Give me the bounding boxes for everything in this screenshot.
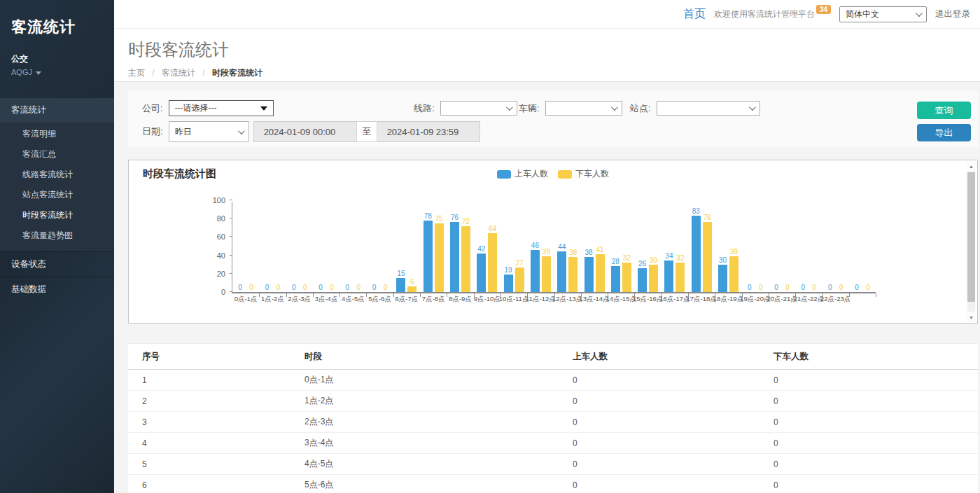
bar-value-label: 0 (238, 284, 242, 291)
table-body: 10点-1点0021点-2点0032点-3点0043点-4点0054点-5点00… (128, 370, 978, 493)
bar-boarding[interactable] (664, 261, 673, 292)
bar-pair: 7875 (420, 202, 447, 292)
bar-alighting[interactable] (488, 233, 497, 292)
bar-alighting[interactable] (676, 263, 685, 292)
scroll-down-icon[interactable]: ▼ (966, 312, 976, 322)
table-cell: 2 (128, 391, 290, 412)
bar-alighting[interactable] (542, 256, 551, 292)
logout-link[interactable]: 退出登录 (935, 8, 970, 20)
line-label: 线路: (414, 102, 435, 115)
bar-alighting[interactable] (515, 268, 524, 292)
bar-alighting[interactable] (568, 257, 578, 292)
x-axis-label: 18点-19点 (713, 295, 743, 304)
bar-value-label: 30 (719, 256, 727, 264)
chart-category: 463911点-12点 (527, 202, 554, 292)
bar-value-label: 0 (866, 284, 870, 291)
bar-boarding[interactable] (638, 268, 647, 292)
sidebar-item-客流汇总[interactable]: 客流汇总 (0, 144, 114, 165)
bar-alighting[interactable] (703, 222, 712, 292)
app-window: 客流统计 公交 AQGJ 客流统计 客流明细客流汇总线路客流统计站点客流统计时段… (0, 0, 980, 493)
scrollbar-thumb[interactable] (967, 172, 975, 302)
export-button[interactable]: 导出 (917, 124, 971, 141)
y-axis-tick-label: 0 (204, 288, 225, 296)
bar-alighting[interactable] (435, 223, 444, 292)
date-preset-select[interactable]: 昨日 (169, 121, 249, 142)
end-datetime-input[interactable]: 2024-01-09 23:59 (377, 122, 479, 141)
x-axis-label: 17点-18点 (687, 295, 717, 304)
bar-wrap: 19 (504, 266, 513, 292)
bar-boarding[interactable] (424, 221, 433, 292)
bar-value-label: 19 (505, 266, 512, 274)
bar-boarding[interactable] (692, 216, 701, 292)
line-select[interactable] (440, 101, 517, 116)
table-cell: 0 (760, 391, 978, 412)
bar-wrap: 0 (343, 284, 352, 292)
bar-boarding[interactable] (531, 250, 540, 292)
bar-boarding[interactable] (450, 222, 459, 292)
bar-value-label: 26 (638, 260, 646, 268)
company-select[interactable]: ---请选择--- (169, 100, 274, 116)
bar-boarding[interactable] (718, 265, 727, 292)
sidebar-item-线路客流统计[interactable]: 线路客流统计 (0, 165, 114, 185)
x-axis-label: 22点-23点 (820, 295, 850, 304)
bar-boarding[interactable] (504, 275, 513, 292)
bar-alighting[interactable] (729, 256, 738, 292)
sidebar-section-base-data[interactable]: 基础数据 (0, 277, 114, 302)
table-cell: 1点-2点 (290, 391, 559, 412)
bar-value-label: 0 (813, 284, 817, 291)
chart-category: 303918点-19点 (715, 202, 741, 292)
notification-badge[interactable]: 34 (816, 5, 831, 14)
bar-boarding[interactable] (477, 254, 486, 292)
chart-plot: 020406080100000点-1点001点-2点002点-3点003点-4点… (232, 202, 876, 293)
bar-boarding[interactable] (611, 266, 620, 292)
vehicle-select[interactable] (545, 101, 622, 116)
topbar: 首页 欢迎使用客流统计管理平台34 简体中文 退出登录 (114, 0, 980, 29)
query-button[interactable]: 查询 (917, 102, 971, 119)
bar-pair: 156 (393, 202, 420, 292)
bar-value-label: 0 (265, 284, 270, 291)
bar-pair: 4438 (554, 202, 581, 292)
sidebar-item-客流明细[interactable]: 客流明细 (0, 124, 114, 144)
bar-wrap: 28 (611, 258, 620, 292)
table-cell: 3点-4点 (290, 433, 559, 454)
table-row: 21点-2点00 (128, 391, 978, 412)
bar-boarding[interactable] (557, 251, 566, 292)
bar-pair: 3432 (662, 202, 688, 292)
home-link[interactable]: 首页 (683, 7, 706, 22)
sidebar-section-device-status[interactable]: 设备状态 (0, 251, 114, 277)
bar-alighting[interactable] (407, 286, 416, 292)
bar-alighting[interactable] (649, 265, 658, 292)
x-axis-label: 12点-13点 (552, 295, 582, 304)
bar-wrap: 0 (247, 284, 256, 292)
chart-category: 283214点-15点 (608, 202, 634, 292)
chart-scrollbar[interactable]: ▲ ▼ (966, 161, 976, 322)
bar-boarding[interactable] (584, 257, 594, 292)
bar-alighting[interactable] (622, 263, 631, 292)
legend-item-下车人数[interactable]: 下车人数 (558, 168, 609, 180)
sidebar-item-时段客流统计[interactable]: 时段客流统计 (0, 205, 114, 225)
language-select[interactable]: 简体中文 (839, 6, 927, 22)
breadcrumb-home[interactable]: 主页 (128, 68, 145, 78)
bar-alighting[interactable] (461, 226, 470, 292)
bar-value-label: 0 (357, 284, 361, 291)
sidebar-item-站点客流统计[interactable]: 站点客流统计 (0, 185, 114, 205)
bar-pair: 3841 (581, 202, 608, 292)
sidebar-section-passenger-stats[interactable]: 客流统计 (0, 97, 114, 123)
station-select[interactable] (657, 101, 760, 116)
table-column-header: 时段 (290, 344, 559, 370)
bar-alighting[interactable] (596, 254, 605, 292)
vehicle-label: 车辆: (519, 102, 540, 115)
bar-wrap: 39 (729, 248, 738, 292)
start-datetime-input[interactable]: 2024-01-09 00:00 (254, 122, 356, 141)
y-axis-tick-label: 20 (204, 270, 225, 278)
bar-boarding[interactable] (396, 278, 405, 292)
chevron-down-icon (506, 104, 513, 111)
table-cell: 0 (559, 391, 760, 412)
bar-pair: 3039 (715, 202, 741, 292)
org-code-dropdown[interactable]: AQGJ (0, 65, 114, 76)
breadcrumb-passenger-stats[interactable]: 客流统计 (162, 68, 195, 78)
sidebar-item-客流量趋势图[interactable]: 客流量趋势图 (0, 225, 114, 246)
chart-category: 443812点-13点 (554, 202, 581, 292)
scroll-up-icon[interactable]: ▲ (966, 161, 976, 171)
legend-item-上车人数[interactable]: 上车人数 (497, 168, 548, 180)
